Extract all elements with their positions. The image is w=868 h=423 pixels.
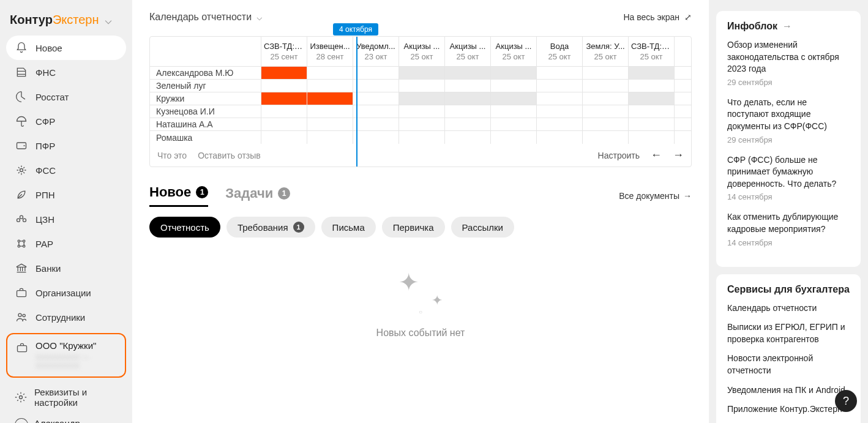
nav-sfr[interactable]: СФР — [6, 109, 126, 133]
calendar-cell[interactable] — [675, 92, 692, 105]
service-link[interactable]: Приложение Контур.Экстерн — [727, 403, 850, 416]
calendar-column[interactable]: Вода25 окт — [537, 37, 583, 66]
calendar-cell[interactable] — [537, 131, 583, 144]
calendar-cell[interactable] — [307, 105, 353, 118]
calendar-cell[interactable] — [491, 118, 537, 130]
calendar-cell[interactable] — [261, 92, 307, 105]
chip-reports[interactable]: Отчетность — [149, 217, 220, 238]
nav-czn[interactable]: ЦЗН — [6, 207, 126, 231]
calendar-cell[interactable] — [445, 105, 491, 118]
calendar-column[interactable]: Уведомл...23 окт — [353, 37, 399, 66]
calendar-row-name[interactable]: Кружки — [150, 92, 261, 105]
calendar-column[interactable]: Извещен...28 сент — [307, 37, 353, 66]
calendar-cell[interactable] — [399, 131, 445, 144]
calendar-cell[interactable] — [537, 105, 583, 118]
chip-mailing[interactable]: Рассылки — [451, 217, 514, 238]
calendar-row-name[interactable]: Наташина А.А — [150, 118, 261, 130]
tab-new[interactable]: Новое 1 — [149, 184, 208, 207]
calendar-cell[interactable] — [445, 131, 491, 144]
calendar-column[interactable]: Земля: У...25 окт — [583, 37, 629, 66]
calendar-cell[interactable] — [675, 105, 692, 118]
tab-tasks[interactable]: Задачи 1 — [225, 185, 290, 206]
nav-fss[interactable]: ФСС — [6, 158, 126, 182]
logo[interactable]: КонтурЭкстерн ⌵ — [6, 12, 126, 36]
next-arrow-icon[interactable]: → — [673, 149, 684, 162]
arrow-right-icon[interactable]: → — [782, 21, 792, 32]
calendar-cell[interactable] — [353, 131, 399, 144]
nav-rosstat[interactable]: Росстат — [6, 84, 126, 109]
calendar-row-name[interactable]: Кузнецова И.И — [150, 105, 261, 118]
calendar-cell[interactable] — [491, 131, 537, 144]
service-link[interactable]: Новости электронной отчетности — [727, 353, 850, 376]
service-link[interactable]: Календарь отчетности — [727, 302, 850, 315]
calendar-title[interactable]: Календарь отчетности ⌵ — [149, 11, 263, 23]
service-link[interactable]: Уведомления на ПК и Android — [727, 384, 850, 397]
calendar-cell[interactable] — [491, 92, 537, 105]
fullscreen-button[interactable]: На весь экран ⤢ — [623, 12, 692, 22]
calendar-cell[interactable] — [537, 80, 583, 92]
configure-link[interactable]: Настроить — [598, 151, 640, 160]
calendar-cell[interactable] — [445, 92, 491, 105]
calendar-cell[interactable] — [675, 131, 692, 144]
calendar-cell[interactable] — [307, 80, 353, 92]
current-org[interactable]: ООО "Кружки" XXXXXXXXX — XXXXXXXXX — [6, 333, 126, 378]
nav-employees[interactable]: Сотрудники — [6, 305, 126, 329]
nav-banks[interactable]: Банки — [6, 256, 126, 280]
calendar-cell[interactable] — [583, 80, 629, 92]
nav-rar[interactable]: РАР — [6, 231, 126, 256]
calendar-row-name[interactable]: Зеленый луг — [150, 80, 261, 92]
calendar-cell[interactable] — [629, 118, 675, 130]
nav-rpn[interactable]: РПН — [6, 182, 126, 207]
calendar-cell[interactable] — [491, 67, 537, 79]
calendar-cell[interactable] — [583, 92, 629, 105]
calendar-row-name[interactable]: Ромашка — [150, 131, 261, 144]
calendar-cell[interactable] — [445, 67, 491, 79]
nav-settings[interactable]: Реквизиты и настройки — [6, 381, 126, 413]
calendar-cell[interactable] — [675, 67, 692, 79]
calendar-cell[interactable] — [261, 67, 307, 79]
calendar-cell[interactable] — [583, 67, 629, 79]
calendar-column[interactable]: СЗВ-ТД: Е...25 окт — [629, 37, 675, 66]
nav-orgs[interactable]: Организации — [6, 280, 126, 305]
calendar-cell[interactable] — [399, 80, 445, 92]
calendar-cell[interactable] — [399, 105, 445, 118]
calendar-cell[interactable] — [491, 80, 537, 92]
calendar-cell[interactable] — [629, 131, 675, 144]
calendar-cell[interactable] — [629, 92, 675, 105]
all-documents-link[interactable]: Все документы → — [619, 191, 692, 201]
calendar-cell[interactable] — [445, 118, 491, 130]
nav-pfr[interactable]: ПФР — [6, 133, 126, 158]
calendar-cell[interactable] — [629, 105, 675, 118]
calendar-cell[interactable] — [445, 80, 491, 92]
calendar-cell[interactable] — [307, 67, 353, 79]
calendar-column[interactable]: Акцизы ...25 окт — [445, 37, 491, 66]
news-item[interactable]: СФР (ФСС) больше не принимает бумажную д… — [727, 154, 850, 202]
chip-requirements[interactable]: Требования1 — [226, 217, 315, 238]
feedback-link[interactable]: Оставить отзыв — [198, 151, 261, 160]
calendar-cell[interactable] — [629, 80, 675, 92]
calendar-column[interactable]: СЗВ-ТД: Е...25 сент — [261, 37, 307, 66]
calendar-column[interactable]: Акцизы ...25 окт — [491, 37, 537, 66]
calendar-cell[interactable] — [399, 118, 445, 130]
news-item[interactable]: Как отменить дублирующие кадровые меропр… — [727, 211, 850, 247]
calendar-cell[interactable] — [675, 118, 692, 130]
what-is-this-link[interactable]: Что это — [157, 151, 187, 160]
calendar-column[interactable]: Из — [675, 37, 692, 66]
calendar-cell[interactable] — [261, 131, 307, 144]
calendar-cell[interactable] — [353, 80, 399, 92]
nav-fns[interactable]: ФНС — [6, 60, 126, 84]
nav-new[interactable]: Новое — [6, 36, 126, 60]
calendar-cell[interactable] — [537, 67, 583, 79]
calendar-cell[interactable] — [491, 105, 537, 118]
calendar-cell[interactable] — [261, 118, 307, 130]
calendar-cell[interactable] — [583, 105, 629, 118]
current-user[interactable]: АН Александр Новиков Администраторы — [6, 413, 126, 423]
calendar-cell[interactable] — [583, 118, 629, 130]
calendar-cell[interactable] — [675, 80, 692, 92]
calendar-cell[interactable] — [353, 105, 399, 118]
calendar-column[interactable]: Акцизы ...25 окт — [399, 37, 445, 66]
calendar-cell[interactable] — [307, 92, 353, 105]
calendar-cell[interactable] — [399, 92, 445, 105]
calendar-cell[interactable] — [537, 118, 583, 130]
calendar-cell[interactable] — [307, 118, 353, 130]
